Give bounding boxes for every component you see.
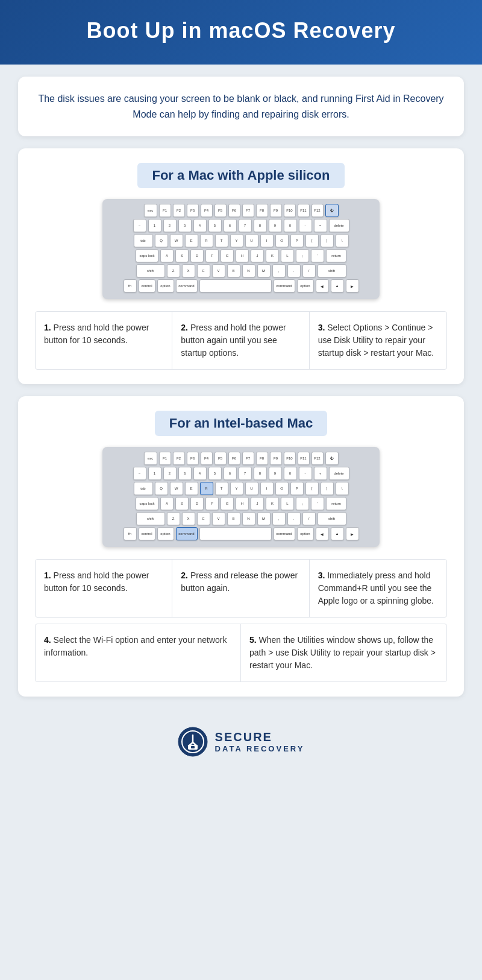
- key-intel-return: return: [326, 497, 346, 510]
- intel-steps-bottom: 4. Select the Wi-Fi option and enter you…: [35, 624, 447, 682]
- intel-step-text-1: Press and hold the power button for 10 s…: [44, 571, 149, 593]
- key-f1: F1: [159, 204, 171, 217]
- key-intel-r: R: [200, 482, 213, 495]
- key-intel-k: K: [266, 497, 279, 510]
- apple-silicon-step-1: 1. Press and hold the power button for 1…: [36, 312, 172, 369]
- key-intel-3: 3: [178, 467, 192, 480]
- key-intel-lbracket: [: [305, 482, 319, 495]
- key-u: U: [245, 234, 258, 247]
- key-intel-m: M: [257, 512, 271, 525]
- key-intel-y: Y: [230, 482, 243, 495]
- intel-step-text-3: Immediately press and hold Command+R unt…: [318, 571, 434, 605]
- key-intel-quote: ': [311, 497, 324, 510]
- key-intel-delete: delete: [329, 467, 349, 480]
- key-intel-h: H: [236, 497, 249, 510]
- key-f2: F2: [173, 204, 185, 217]
- key-intel-2: 2: [163, 467, 177, 480]
- key-intel-b: B: [227, 512, 240, 525]
- key-intel-n: N: [242, 512, 255, 525]
- key-intel-shift-r: shift: [318, 512, 346, 525]
- key-intel-f: F: [205, 497, 219, 510]
- kb-intel-row-numbers: ~ 1 2 3 4 5 6 7 8 9 0 - + delete: [107, 467, 375, 480]
- key-x: X: [182, 264, 195, 277]
- step-text-3: Select Options > Continue > use Disk Uti…: [318, 323, 434, 358]
- key-f4: F4: [201, 204, 213, 217]
- step-num-1: 1.: [44, 323, 51, 332]
- key-option-l: option: [157, 279, 174, 292]
- intel-step-num-4: 4.: [44, 635, 51, 645]
- key-l: L: [281, 249, 294, 262]
- key-right: ▶: [346, 279, 359, 292]
- key-lbracket: [: [305, 234, 319, 247]
- key-f5: F5: [214, 204, 227, 217]
- key-comma: ,: [272, 264, 286, 277]
- key-equals: =: [314, 219, 327, 232]
- apple-silicon-title: For a Mac with Apple silicon: [137, 163, 344, 188]
- key-intel-l: L: [281, 497, 294, 510]
- intel-step-text-5: When the Utilities window shows up, foll…: [249, 635, 436, 670]
- key-fn: fn: [124, 279, 137, 292]
- key-m: M: [257, 264, 271, 277]
- key-shift-l: shift: [136, 264, 165, 277]
- apple-silicon-card: For a Mac with Apple silicon esc F1 F2 F…: [18, 148, 464, 384]
- header: Boot Up in macOS Recovery: [0, 0, 482, 65]
- key-intel-f8: F8: [256, 452, 268, 465]
- intel-step-num-5: 5.: [249, 635, 257, 645]
- key-intel-esc: esc: [144, 452, 157, 465]
- key-intel-fn: fn: [124, 527, 137, 540]
- key-5: 5: [208, 219, 222, 232]
- apple-silicon-keyboard: esc F1 F2 F3 F4 F5 F6 F7 F8 F9 F10 F11 F…: [35, 199, 447, 299]
- intel-step-4: 4. Select the Wi-Fi option and enter you…: [36, 624, 241, 681]
- key-intel-x: X: [182, 512, 195, 525]
- key-intel-u: U: [245, 482, 258, 495]
- key-k: K: [266, 249, 279, 262]
- key-intel-f3: F3: [187, 452, 199, 465]
- key-capslock: caps lock: [136, 249, 158, 262]
- key-intel-t: T: [215, 482, 228, 495]
- key-delete: delete: [329, 219, 349, 232]
- kb-row-bottom: fn control option command command option…: [107, 279, 375, 292]
- key-command-l: command: [176, 279, 198, 292]
- key-period: .: [287, 264, 301, 277]
- key-shift-r: shift: [318, 264, 346, 277]
- intel-step-num-2: 2.: [181, 571, 188, 580]
- key-intel-right: ▶: [346, 527, 359, 540]
- key-f7: F7: [242, 204, 254, 217]
- key-1: 1: [148, 219, 161, 232]
- key-esc: esc: [144, 204, 157, 217]
- logo-text: SECURE DATA RECOVERY: [215, 730, 305, 753]
- key-intel-slash: /: [302, 512, 316, 525]
- key-intel-up: ▲: [331, 527, 344, 540]
- key-space: [199, 279, 272, 292]
- key-7: 7: [239, 219, 252, 232]
- kb-intel-row-zxcv: shift Z X C V B N M , . / shift: [107, 512, 375, 525]
- key-o: O: [275, 234, 289, 247]
- key-tilde: ~: [133, 219, 146, 232]
- key-intel-command-r: command: [274, 527, 295, 540]
- intel-step-text-4: Select the Wi-Fi option and enter your n…: [44, 635, 227, 657]
- intel-step-5: 5. When the Utilities window shows up, f…: [241, 624, 446, 681]
- key-0: 0: [284, 219, 297, 232]
- key-c: C: [197, 264, 210, 277]
- key-intel-a: A: [160, 497, 174, 510]
- key-t: T: [215, 234, 228, 247]
- key-intel-j: J: [251, 497, 264, 510]
- key-control: control: [139, 279, 155, 292]
- key-intel-tab: tab: [134, 482, 153, 495]
- key-intel-0: 0: [284, 467, 297, 480]
- key-g: G: [221, 249, 234, 262]
- svg-rect-3: [191, 746, 195, 748]
- logo-data-recovery: DATA RECOVERY: [215, 744, 305, 753]
- apple-silicon-steps: 1. Press and hold the power button for 1…: [35, 311, 447, 370]
- key-h: H: [236, 249, 249, 262]
- kb-row-qwerty: tab Q W E R T Y U I O P [ ] \: [107, 234, 375, 247]
- key-z: Z: [167, 264, 180, 277]
- key-power: ⏻: [325, 204, 339, 217]
- intel-title: For an Intel-based Mac: [155, 411, 327, 436]
- key-d: D: [190, 249, 204, 262]
- logo-icon: [178, 727, 208, 757]
- key-intel-tilde: ~: [133, 467, 146, 480]
- key-b: B: [227, 264, 240, 277]
- key-intel-f1: F1: [159, 452, 171, 465]
- step-text-1: Press and hold the power button for 10 s…: [44, 323, 149, 345]
